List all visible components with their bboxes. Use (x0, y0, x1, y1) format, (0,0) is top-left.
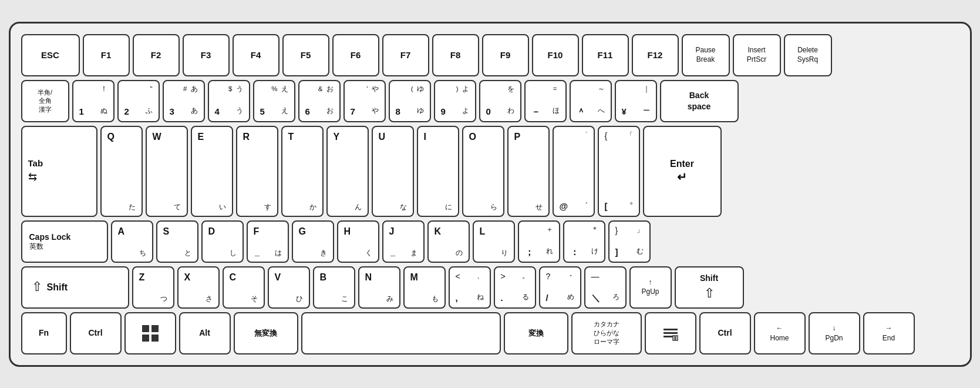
key-f6[interactable]: F6 (332, 34, 379, 76)
row-number: 半角/全角漢字 ！ 1 ぬ " 2 ふ #あ (21, 80, 959, 122)
key-pgup[interactable]: ↑PgUp (629, 266, 672, 309)
row-qwerty: Tab ⇆ Q た W て E い (21, 126, 959, 217)
key-k[interactable]: K の (427, 220, 470, 263)
key-0[interactable]: xを 0 わ (479, 80, 521, 122)
key-f1[interactable]: F1 (83, 34, 130, 76)
key-esc[interactable]: ESC (21, 34, 80, 76)
key-w[interactable]: W て (146, 126, 188, 217)
key-x[interactable]: X さ (177, 266, 220, 309)
key-kana[interactable]: カタカナひらがなローマ字 (571, 312, 642, 354)
key-bracket-right[interactable]: } 」 ] む (608, 220, 651, 263)
key-f11[interactable]: F11 (582, 34, 629, 76)
key-i[interactable]: I に (417, 126, 459, 217)
key-o[interactable]: O ら (462, 126, 504, 217)
key-q[interactable]: Q た (100, 126, 143, 217)
svg-rect-1 (151, 325, 159, 332)
key-fn[interactable]: Fn (21, 312, 67, 354)
key-alt[interactable]: Alt (179, 312, 231, 354)
key-6[interactable]: &お 6 お (298, 80, 341, 122)
row-bottom: Fn Ctrl Alt 無変換 変換 カタカナひらがなローマ字 (21, 312, 959, 354)
key-p[interactable]: P せ (507, 126, 550, 217)
key-b[interactable]: B こ (313, 266, 355, 309)
key-f8[interactable]: F8 (432, 34, 479, 76)
key-minus[interactable]: = － ほ (524, 80, 567, 122)
key-pgdn[interactable]: ↓PgDn (809, 312, 860, 354)
svg-rect-3 (151, 335, 159, 342)
key-a[interactable]: A ち (111, 220, 153, 263)
key-windows[interactable] (124, 312, 176, 354)
key-u[interactable]: U な (372, 126, 414, 217)
key-f3[interactable]: F3 (183, 34, 230, 76)
key-z[interactable]: Z つ (132, 266, 174, 309)
key-f12[interactable]: F12 (632, 34, 679, 76)
key-f2[interactable]: F2 (133, 34, 180, 76)
key-y[interactable]: Y ん (326, 126, 369, 217)
key-semicolon[interactable]: ＋ ； れ (518, 220, 560, 263)
key-period[interactable]: > 。 . る (494, 266, 536, 309)
key-henkan[interactable]: 変換 (504, 312, 568, 354)
key-n[interactable]: N み (358, 266, 400, 309)
key-f4[interactable]: F4 (233, 34, 279, 76)
svg-rect-2 (142, 335, 149, 342)
key-m[interactable]: M も (403, 266, 446, 309)
key-ctrl-left[interactable]: Ctrl (70, 312, 122, 354)
key-1[interactable]: ！ 1 ぬ (72, 80, 114, 122)
key-backspace[interactable]: Backspace (660, 80, 739, 122)
key-tab[interactable]: Tab ⇆ (21, 126, 97, 217)
key-space[interactable] (301, 312, 501, 354)
key-t[interactable]: T か (281, 126, 324, 217)
key-yen[interactable]: ｜ ¥ ー (615, 80, 657, 122)
key-end[interactable]: →End (863, 312, 915, 354)
key-enter[interactable]: Enter↵ (643, 126, 722, 217)
key-home[interactable]: ←Home (754, 312, 806, 354)
key-ctrl-right[interactable]: Ctrl (699, 312, 751, 354)
key-l[interactable]: L り (473, 220, 515, 263)
key-4[interactable]: $う 4 う (208, 80, 250, 122)
key-backslash[interactable]: — ＼ ろ (584, 266, 627, 309)
key-pause[interactable]: PauseBreak (682, 34, 730, 76)
key-delete[interactable]: DeleteSysRq (784, 34, 832, 76)
key-menu[interactable] (645, 312, 696, 354)
key-d[interactable]: D し (201, 220, 244, 263)
key-j[interactable]: J ＿ ま (382, 220, 425, 263)
key-comma[interactable]: < 、 , ね (449, 266, 491, 309)
key-g[interactable]: G き (292, 220, 334, 263)
key-f5[interactable]: F5 (282, 34, 329, 76)
key-caps-lock[interactable]: Caps Lock 英数 (21, 220, 108, 263)
svg-rect-4 (664, 329, 678, 330)
key-f[interactable]: F ＿ は (247, 220, 289, 263)
row-zxcv: ⇧ Shift Z つ X さ C そ V (21, 266, 959, 309)
key-f7[interactable]: F7 (382, 34, 429, 76)
key-c[interactable]: C そ (223, 266, 265, 309)
key-colon[interactable]: ＊ ： け (563, 220, 605, 263)
key-v[interactable]: V ひ (268, 266, 310, 309)
key-insert[interactable]: InsertPrtScr (733, 34, 781, 76)
key-r[interactable]: R す (236, 126, 278, 217)
key-f10[interactable]: F10 (532, 34, 579, 76)
svg-rect-0 (142, 325, 149, 332)
key-shift-left[interactable]: ⇧ Shift (21, 266, 129, 309)
row-asdf: Caps Lock 英数 A ち S と D し F (21, 220, 959, 263)
key-8[interactable]: (ゆ 8 ゆ (389, 80, 431, 122)
key-bracket-left[interactable]: { 「 [ ° (598, 126, 640, 217)
key-h[interactable]: H く (337, 220, 379, 263)
key-slash[interactable]: ? ・ / め (539, 266, 581, 309)
key-f9[interactable]: F9 (482, 34, 529, 76)
key-shift-right[interactable]: Shift ⇧ (675, 266, 744, 309)
key-at[interactable]: ` @ ゛ (553, 126, 595, 217)
key-s[interactable]: S と (156, 220, 198, 263)
key-5[interactable]: %え 5 え (253, 80, 295, 122)
key-7[interactable]: 'や 7 や (343, 80, 386, 122)
key-hankaku[interactable]: 半角/全角漢字 (21, 80, 69, 122)
key-e[interactable]: E い (191, 126, 233, 217)
key-3[interactable]: #あ 3 あ (163, 80, 205, 122)
key-2[interactable]: " 2 ふ (117, 80, 160, 122)
row-function: ESC F1 F2 F3 F4 F5 F6 F7 F8 F9 F10 F11 F… (21, 34, 959, 76)
svg-rect-5 (664, 332, 678, 334)
key-muhenkan[interactable]: 無変換 (234, 312, 298, 354)
keyboard: ESC F1 F2 F3 F4 F5 F6 F7 F8 F9 F10 F11 F… (9, 22, 972, 367)
key-9[interactable]: )よ 9 よ (434, 80, 476, 122)
key-caret[interactable]: ～ ＾ へ (570, 80, 612, 122)
